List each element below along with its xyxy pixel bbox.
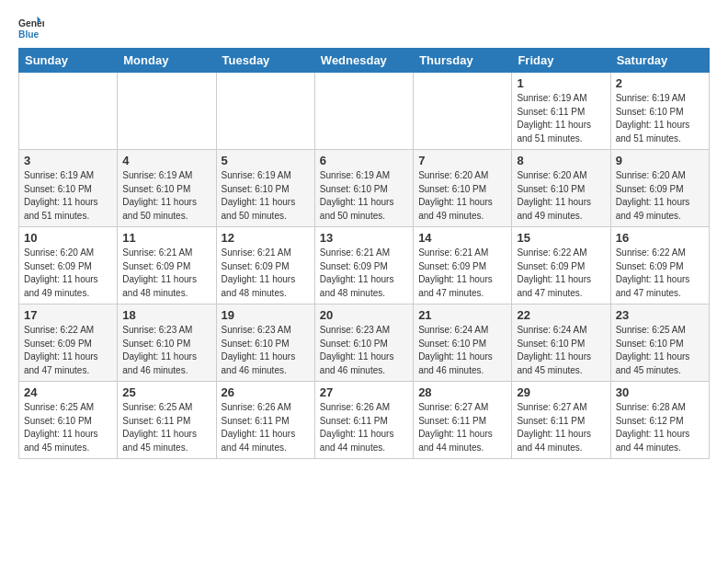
day-info: Sunrise: 6:21 AM Sunset: 6:09 PM Dayligh…: [418, 247, 506, 300]
day-info: Sunrise: 6:21 AM Sunset: 6:09 PM Dayligh…: [222, 247, 310, 300]
calendar-body: 1Sunrise: 6:19 AM Sunset: 6:11 PM Daylig…: [19, 73, 710, 459]
page: General Blue SundayMondayTuesdayWednesda…: [0, 0, 728, 468]
day-number: 29: [517, 385, 605, 399]
calendar-cell: 16Sunrise: 6:22 AM Sunset: 6:09 PM Dayli…: [610, 227, 709, 304]
day-info: Sunrise: 6:24 AM Sunset: 6:10 PM Dayligh…: [418, 324, 506, 377]
day-number: 23: [616, 308, 704, 322]
day-info: Sunrise: 6:23 AM Sunset: 6:10 PM Dayligh…: [122, 324, 210, 377]
weekday-header: Sunday: [19, 49, 118, 73]
weekday-header: Wednesday: [314, 49, 413, 73]
day-info: Sunrise: 6:20 AM Sunset: 6:10 PM Dayligh…: [418, 169, 506, 223]
calendar-cell: 8Sunrise: 6:20 AM Sunset: 6:10 PM Daylig…: [512, 150, 610, 227]
header-area: General Blue: [18, 15, 710, 40]
logo-icon: General Blue: [18, 15, 44, 40]
calendar-cell: 19Sunrise: 6:23 AM Sunset: 6:10 PM Dayli…: [216, 304, 314, 382]
day-info: Sunrise: 6:25 AM Sunset: 6:10 PM Dayligh…: [24, 401, 112, 454]
day-info: Sunrise: 6:27 AM Sunset: 6:11 PM Dayligh…: [418, 401, 506, 454]
calendar-cell: 2Sunrise: 6:19 AM Sunset: 6:10 PM Daylig…: [610, 73, 709, 150]
calendar-cell: 30Sunrise: 6:28 AM Sunset: 6:12 PM Dayli…: [610, 382, 709, 459]
day-number: 11: [122, 231, 210, 245]
calendar-cell: 18Sunrise: 6:23 AM Sunset: 6:10 PM Dayli…: [118, 304, 216, 382]
day-info: Sunrise: 6:22 AM Sunset: 6:09 PM Dayligh…: [616, 247, 704, 300]
day-number: 24: [24, 385, 112, 399]
day-number: 27: [320, 385, 408, 399]
calendar-cell: 7Sunrise: 6:20 AM Sunset: 6:10 PM Daylig…: [414, 150, 512, 227]
calendar-cell: [216, 73, 314, 150]
day-number: 2: [616, 76, 704, 90]
day-number: 20: [320, 308, 408, 322]
day-info: Sunrise: 6:25 AM Sunset: 6:11 PM Dayligh…: [122, 401, 210, 454]
day-number: 22: [517, 308, 605, 322]
calendar-cell: 13Sunrise: 6:21 AM Sunset: 6:09 PM Dayli…: [314, 227, 413, 304]
day-number: 28: [418, 385, 506, 399]
day-number: 30: [616, 385, 704, 399]
calendar-cell: 12Sunrise: 6:21 AM Sunset: 6:09 PM Dayli…: [216, 227, 314, 304]
day-number: 5: [222, 154, 310, 167]
day-info: Sunrise: 6:23 AM Sunset: 6:10 PM Dayligh…: [320, 324, 408, 377]
svg-text:Blue: Blue: [18, 29, 40, 40]
logo: General Blue: [18, 15, 44, 40]
day-info: Sunrise: 6:22 AM Sunset: 6:09 PM Dayligh…: [517, 247, 605, 300]
day-number: 4: [122, 154, 210, 167]
day-info: Sunrise: 6:19 AM Sunset: 6:10 PM Dayligh…: [122, 169, 210, 223]
day-info: Sunrise: 6:19 AM Sunset: 6:10 PM Dayligh…: [222, 169, 310, 223]
day-number: 6: [320, 154, 408, 167]
weekday-header: Thursday: [414, 49, 512, 73]
day-info: Sunrise: 6:19 AM Sunset: 6:10 PM Dayligh…: [616, 92, 704, 145]
day-number: 19: [222, 308, 310, 322]
weekday-header: Tuesday: [216, 49, 314, 73]
day-number: 16: [616, 231, 704, 245]
calendar-cell: 4Sunrise: 6:19 AM Sunset: 6:10 PM Daylig…: [118, 150, 216, 227]
calendar-header-row: SundayMondayTuesdayWednesdayThursdayFrid…: [19, 49, 710, 73]
calendar-week-row: 1Sunrise: 6:19 AM Sunset: 6:11 PM Daylig…: [19, 73, 710, 150]
calendar-cell: 14Sunrise: 6:21 AM Sunset: 6:09 PM Dayli…: [414, 227, 512, 304]
day-info: Sunrise: 6:19 AM Sunset: 6:11 PM Dayligh…: [517, 92, 605, 145]
day-number: 14: [418, 231, 506, 245]
day-info: Sunrise: 6:21 AM Sunset: 6:09 PM Dayligh…: [122, 247, 210, 300]
calendar-cell: 15Sunrise: 6:22 AM Sunset: 6:09 PM Dayli…: [512, 227, 610, 304]
day-number: 12: [222, 231, 310, 245]
day-info: Sunrise: 6:23 AM Sunset: 6:10 PM Dayligh…: [222, 324, 310, 377]
weekday-header: Friday: [512, 49, 610, 73]
calendar-cell: 28Sunrise: 6:27 AM Sunset: 6:11 PM Dayli…: [414, 382, 512, 459]
calendar-cell: 10Sunrise: 6:20 AM Sunset: 6:09 PM Dayli…: [19, 227, 118, 304]
weekday-header: Saturday: [610, 49, 709, 73]
day-number: 7: [418, 154, 506, 167]
weekday-header: Monday: [118, 49, 216, 73]
day-number: 15: [517, 231, 605, 245]
calendar-cell: 11Sunrise: 6:21 AM Sunset: 6:09 PM Dayli…: [118, 227, 216, 304]
day-number: 25: [122, 385, 210, 399]
day-info: Sunrise: 6:25 AM Sunset: 6:10 PM Dayligh…: [616, 324, 704, 377]
day-number: 10: [24, 231, 112, 245]
day-number: 17: [24, 308, 112, 322]
day-info: Sunrise: 6:19 AM Sunset: 6:10 PM Dayligh…: [24, 169, 112, 223]
calendar-cell: 9Sunrise: 6:20 AM Sunset: 6:09 PM Daylig…: [610, 150, 709, 227]
calendar-cell: [118, 73, 216, 150]
day-info: Sunrise: 6:24 AM Sunset: 6:10 PM Dayligh…: [517, 324, 605, 377]
calendar-cell: 5Sunrise: 6:19 AM Sunset: 6:10 PM Daylig…: [216, 150, 314, 227]
calendar-week-row: 3Sunrise: 6:19 AM Sunset: 6:10 PM Daylig…: [19, 150, 710, 227]
calendar-week-row: 17Sunrise: 6:22 AM Sunset: 6:09 PM Dayli…: [19, 304, 710, 382]
day-number: 13: [320, 231, 408, 245]
calendar-cell: 27Sunrise: 6:26 AM Sunset: 6:11 PM Dayli…: [314, 382, 413, 459]
day-info: Sunrise: 6:22 AM Sunset: 6:09 PM Dayligh…: [24, 324, 112, 377]
day-number: 9: [616, 154, 704, 167]
calendar-cell: 26Sunrise: 6:26 AM Sunset: 6:11 PM Dayli…: [216, 382, 314, 459]
calendar-cell: 22Sunrise: 6:24 AM Sunset: 6:10 PM Dayli…: [512, 304, 610, 382]
day-number: 21: [418, 308, 506, 322]
day-info: Sunrise: 6:20 AM Sunset: 6:09 PM Dayligh…: [24, 247, 112, 300]
calendar-week-row: 24Sunrise: 6:25 AM Sunset: 6:10 PM Dayli…: [19, 382, 710, 459]
calendar-cell: 24Sunrise: 6:25 AM Sunset: 6:10 PM Dayli…: [19, 382, 118, 459]
calendar: SundayMondayTuesdayWednesdayThursdayFrid…: [18, 48, 710, 459]
calendar-cell: 23Sunrise: 6:25 AM Sunset: 6:10 PM Dayli…: [610, 304, 709, 382]
calendar-cell: 25Sunrise: 6:25 AM Sunset: 6:11 PM Dayli…: [118, 382, 216, 459]
day-number: 1: [517, 76, 605, 90]
day-info: Sunrise: 6:20 AM Sunset: 6:09 PM Dayligh…: [616, 169, 704, 223]
calendar-cell: [414, 73, 512, 150]
day-info: Sunrise: 6:28 AM Sunset: 6:12 PM Dayligh…: [616, 401, 704, 454]
day-number: 26: [222, 385, 310, 399]
calendar-cell: 21Sunrise: 6:24 AM Sunset: 6:10 PM Dayli…: [414, 304, 512, 382]
calendar-cell: 17Sunrise: 6:22 AM Sunset: 6:09 PM Dayli…: [19, 304, 118, 382]
day-info: Sunrise: 6:19 AM Sunset: 6:10 PM Dayligh…: [320, 169, 408, 223]
calendar-cell: 1Sunrise: 6:19 AM Sunset: 6:11 PM Daylig…: [512, 73, 610, 150]
